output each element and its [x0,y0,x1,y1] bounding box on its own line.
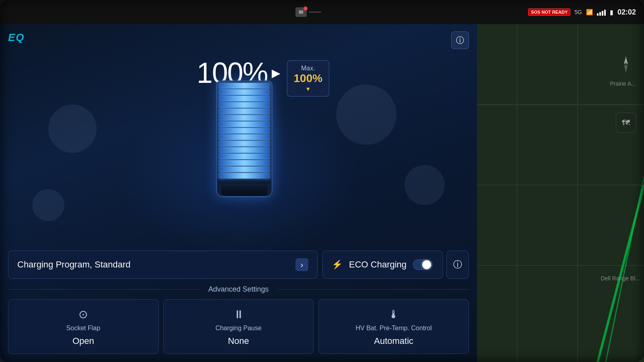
max-label: Max. [294,65,323,72]
dell-range-road-label: Dell Range Bl... [601,275,640,282]
north-arrow [620,56,632,72]
charging-arrow-icon: ▶ [272,66,281,80]
chevron-right-icon: › [295,258,308,271]
notification-icon[interactable]: ✉ [295,7,307,17]
status-bar-center: ✉ [295,7,321,17]
battery-visualization [216,80,281,205]
deco-dot-3 [32,189,64,221]
eq-logo: EQ [8,31,25,44]
main-content: EQ ⓘ 100% ▶ 267mi Max. 100% ▼ [0,24,644,362]
status-bar: ✉ SOS NOT READY 5G 📶 ▮ 02:02 [0,0,644,24]
deco-dot-1 [48,105,97,153]
eq-panel: EQ ⓘ 100% ▶ 267mi Max. 100% ▼ [0,24,477,362]
socket-flap-value: Open [72,336,94,346]
deco-dot-4 [405,165,445,205]
socket-flap-icon: ⊙ [78,308,88,321]
advanced-settings-label: Advanced Settings [200,285,277,294]
hv-bat-card[interactable]: 🌡 HV Bat. Pre-Temp. Control Automatic [318,299,469,354]
hv-bat-value: Automatic [374,336,413,346]
battery-stripe [219,160,270,166]
hv-bat-icon: 🌡 [388,308,399,321]
map-icon-box[interactable]: 🗺 [616,113,636,133]
charging-pause-icon: ⏸ [233,308,244,321]
toggle-track [413,259,432,270]
sos-badge: SOS NOT READY [528,8,570,16]
battery-stripe [219,128,270,134]
signal-bar-3 [602,11,603,16]
map-panel: Prairie A... 🗺 Dell Range Bl... [477,24,644,362]
battery-bottom [220,184,268,196]
wifi-icon: 📶 [586,9,593,15]
max-arrow-down-icon: ▼ [294,86,323,92]
svg-rect-10 [477,24,644,362]
battery-status-icon: ▮ [610,8,613,16]
notification-dot [303,6,308,10]
deco-dot-2 [336,84,396,145]
eco-info-button[interactable]: ⓘ [446,251,469,279]
advanced-divider-right [277,289,469,290]
battery-stripe [219,167,270,172]
battery-stripe [219,141,270,146]
battery-stripe [219,154,270,159]
battery-stripe [219,115,270,121]
max-tooltip: Max. 100% ▼ [287,60,330,97]
signal-bar-1 [597,13,599,16]
battery-stripe [219,109,270,114]
socket-flap-card[interactable]: ⊙ Socket Flap Open [8,299,159,354]
eco-charging-group: ⚡ ECO Charging ⓘ [322,251,469,279]
network-5g-icon: 5G [574,9,582,15]
battery-stripe [219,134,270,140]
toggle-thumb [422,260,431,269]
status-bar-right: SOS NOT READY 5G 📶 ▮ 02:02 [528,8,636,16]
charging-program-button[interactable]: Charging Program, Standard › [8,251,318,279]
eco-charging-label: ECO Charging [349,259,407,270]
battery-stripe [219,96,270,101]
advanced-divider-left [8,289,200,290]
eco-charging-toggle[interactable] [413,259,432,270]
battery-stripe [219,173,270,179]
charging-pause-title: Charging Pause [215,324,262,333]
charging-pause-card[interactable]: ⏸ Charging Pause None [163,299,314,354]
battery-stripe [219,102,270,108]
advanced-settings-cards: ⊙ Socket Flap Open ⏸ Charging Pause None… [8,299,469,354]
battery-stripe [219,89,270,95]
signal-bar-4 [604,10,606,16]
signal-bars [597,8,606,16]
eco-charging-button[interactable]: ⚡ ECO Charging [322,251,443,279]
advanced-settings-row: Advanced Settings [8,285,469,294]
socket-flap-title: Socket Flap [66,324,100,333]
signal-bar-2 [599,12,601,16]
battery-stripes [217,81,272,196]
eco-charging-icon: ⚡ [332,259,343,270]
control-row-1: Charging Program, Standard › ⚡ ECO Charg… [8,251,469,279]
charging-pause-value: None [228,336,249,346]
bottom-controls: Charging Program, Standard › ⚡ ECO Charg… [0,251,477,362]
info-button-top[interactable]: ⓘ [451,31,469,49]
hv-bat-title: HV Bat. Pre-Temp. Control [355,324,431,333]
charging-program-label: Charging Program, Standard [17,259,130,270]
clock-display: 02:02 [617,8,636,16]
map-svg [477,24,644,362]
battery-stripe [219,83,270,88]
battery-stripe [219,121,270,127]
divider-line [309,12,321,12]
battery-body [216,80,272,197]
max-value: 100% [294,72,323,85]
prairie-road-label: Prairie A... [610,80,636,87]
battery-stripe [219,147,270,153]
